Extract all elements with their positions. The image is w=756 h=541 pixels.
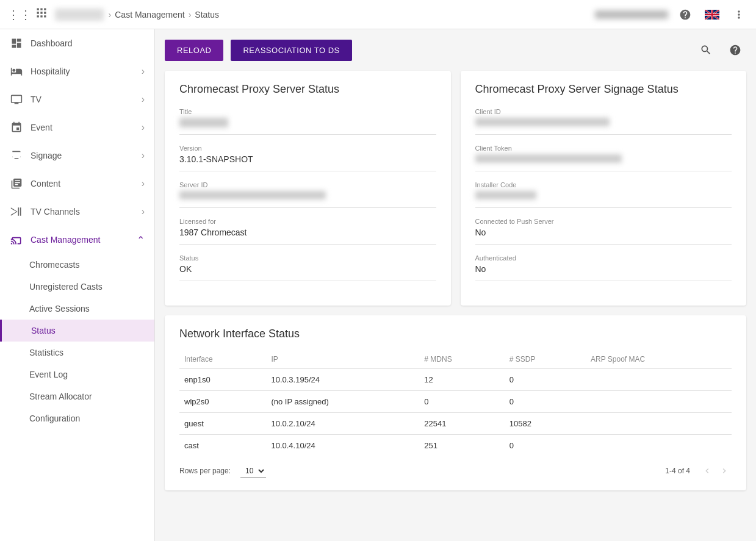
- help-icon-btn[interactable]: [675, 5, 695, 24]
- sidebar-item-hospitality[interactable]: Hospitality ›: [0, 57, 154, 85]
- field-client-id-value: [475, 118, 732, 135]
- field-status-value: OK: [179, 264, 436, 281]
- table-row: wlp2s0(no IP assigned)00: [179, 391, 732, 413]
- hospitality-icon: [10, 65, 23, 78]
- sidebar-item-cast-management-label: Cast Management: [31, 235, 100, 245]
- sidebar-item-hospitality-label: Hospitality: [31, 66, 70, 76]
- cast-management-submenu: Chromecasts Unregistered Casts Active Se…: [0, 254, 154, 429]
- network-interface-card: Network Interface Status Interface IP # …: [165, 315, 746, 490]
- grid-icon[interactable]: ⋮⋮: [7, 7, 48, 22]
- sidebar-item-tv-label: TV: [31, 95, 41, 104]
- table-row: enp1s010.0.3.195/24120: [179, 369, 732, 391]
- sidebar-item-signage[interactable]: Signage ›: [0, 142, 154, 170]
- pagination-count: 1-4 of 4: [665, 467, 690, 475]
- field-installer-code-value: [475, 191, 732, 208]
- field-status-label: Status: [179, 254, 436, 262]
- field-client-token-value: [475, 154, 732, 171]
- reload-button[interactable]: RELOAD: [165, 40, 223, 61]
- cast-management-icon: [10, 233, 23, 246]
- col-interface: Interface: [179, 350, 266, 369]
- search-icon-btn[interactable]: [695, 39, 717, 61]
- breadcrumb: › Cast Management › Status: [109, 10, 219, 20]
- sidebar-item-event-label: Event: [31, 123, 52, 132]
- field-connected-push-label: Connected to Push Server: [475, 218, 732, 225]
- field-title: Title blurred: [179, 108, 436, 135]
- rows-per-page-dropdown[interactable]: 10 25 50: [240, 465, 266, 478]
- sidebar-sub-event-log[interactable]: Event Log: [29, 364, 154, 385]
- sidebar: Dashboard Hospitality › TV › Event ›: [0, 29, 155, 541]
- main-layout: Dashboard Hospitality › TV › Event ›: [0, 29, 756, 541]
- sidebar-item-content-label: Content: [31, 179, 60, 188]
- field-connected-push-value: No: [475, 228, 732, 245]
- table-cell-ssdp: 0: [505, 369, 586, 391]
- breadcrumb-sep: ›: [109, 10, 112, 20]
- network-interface-title: Network Interface Status: [179, 328, 732, 340]
- table-cell-ssdp: 0: [505, 391, 586, 413]
- dashboard-icon: [10, 37, 23, 50]
- table-row: cast10.0.4.10/242510: [179, 435, 732, 457]
- sidebar-sub-stream-allocator[interactable]: Stream Allocator: [29, 385, 154, 407]
- col-ssdp: # SSDP: [505, 350, 586, 369]
- tv-chevron-icon: ›: [142, 94, 145, 105]
- sidebar-item-cast-management[interactable]: Cast Management ⌃: [0, 226, 154, 254]
- more-icon-btn[interactable]: [729, 5, 749, 24]
- pagination-next-btn[interactable]: [717, 464, 732, 478]
- pagination-prev-btn[interactable]: [700, 464, 715, 478]
- sidebar-item-dashboard[interactable]: Dashboard: [0, 29, 154, 57]
- field-title-label: Title: [179, 108, 436, 115]
- tv-icon: [10, 93, 23, 106]
- breadcrumb-cast-management[interactable]: Cast Management: [115, 10, 184, 20]
- sidebar-sub-active-sessions[interactable]: Active Sessions: [29, 298, 154, 320]
- proxy-signage-status-title: Chromecast Proxy Server Signage Status: [475, 83, 732, 96]
- table-cell-ip: 10.0.2.10/24: [266, 413, 419, 435]
- field-authenticated-value: No: [475, 264, 732, 281]
- field-title-value: blurred: [179, 118, 436, 135]
- field-client-id: Client ID: [475, 108, 732, 135]
- tv-channels-chevron-icon: ›: [142, 206, 145, 217]
- sidebar-sub-chromecasts[interactable]: Chromecasts: [29, 254, 154, 276]
- sidebar-item-tv-channels-label: TV Channels: [31, 207, 80, 217]
- sidebar-item-event[interactable]: Event ›: [0, 113, 154, 142]
- field-licensed-for-label: Licensed for: [179, 218, 436, 225]
- topbar-right: [595, 5, 749, 24]
- reassociation-button[interactable]: REASSOCIATION TO DS: [231, 40, 351, 61]
- field-installer-code-label: Installer Code: [475, 181, 732, 188]
- pagination: Rows per page: 10 25 50 1-4 of 4: [179, 456, 732, 481]
- field-authenticated: Authenticated No: [475, 254, 732, 281]
- field-version-label: Version: [179, 145, 436, 152]
- action-bar: RELOAD REASSOCIATION TO DS: [165, 39, 746, 61]
- rows-per-page-select[interactable]: 10 25 50: [240, 465, 266, 478]
- table-cell-interface: enp1s0: [179, 369, 266, 391]
- proxy-signage-status-card: Chromecast Proxy Server Signage Status C…: [461, 71, 747, 306]
- col-mdns: # MDNS: [419, 350, 504, 369]
- field-version-value: 3.10.1-SNAPSHOT: [179, 154, 436, 171]
- table-cell-interface: wlp2s0: [179, 391, 266, 413]
- content-chevron-icon: ›: [142, 178, 145, 189]
- col-arp: ARP Spoof MAC: [586, 350, 732, 369]
- content-area: RELOAD REASSOCIATION TO DS Chromecast Pr…: [155, 29, 756, 541]
- field-installer-code: Installer Code: [475, 181, 732, 208]
- field-version: Version 3.10.1-SNAPSHOT: [179, 145, 436, 171]
- table-cell-arp: [586, 435, 732, 457]
- sidebar-item-tv-channels[interactable]: TV Channels ›: [0, 198, 154, 226]
- table-cell-ssdp: 0: [505, 435, 586, 457]
- field-licensed-for: Licensed for 1987 Chromecast: [179, 218, 436, 245]
- table-cell-arp: [586, 413, 732, 435]
- sidebar-sub-unregistered-casts[interactable]: Unregistered Casts: [29, 276, 154, 298]
- table-row: guest10.0.2.10/242254110582: [179, 413, 732, 435]
- sidebar-sub-statistics[interactable]: Statistics: [29, 342, 154, 364]
- field-client-id-label: Client ID: [475, 108, 732, 115]
- sidebar-sub-configuration[interactable]: Configuration: [29, 407, 154, 429]
- top-cards-row: Chromecast Proxy Server Status Title blu…: [165, 71, 746, 306]
- sidebar-item-tv[interactable]: TV ›: [0, 85, 154, 113]
- help-content-icon-btn[interactable]: [724, 39, 746, 61]
- proxy-server-status-title: Chromecast Proxy Server Status: [179, 83, 436, 96]
- flag-icon-btn[interactable]: [702, 5, 722, 24]
- signage-icon: [10, 149, 23, 162]
- sidebar-sub-status[interactable]: Status: [0, 320, 154, 342]
- field-licensed-for-value: 1987 Chromecast: [179, 228, 436, 245]
- sidebar-item-content[interactable]: Content ›: [0, 170, 154, 198]
- field-status: Status OK: [179, 254, 436, 281]
- tv-channels-icon: [10, 205, 23, 218]
- table-cell-ip: 10.0.4.10/24: [266, 435, 419, 457]
